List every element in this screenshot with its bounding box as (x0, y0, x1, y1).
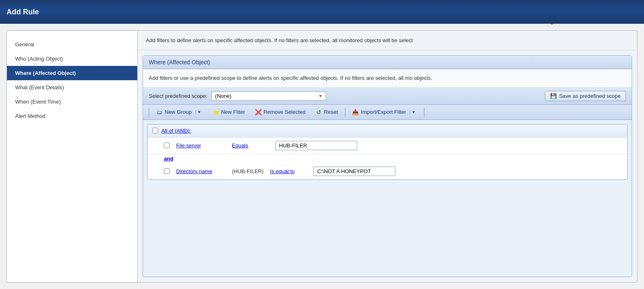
group-label[interactable]: All of (AND): (161, 128, 191, 134)
import-export-icon: 📥 (352, 109, 359, 115)
row1-field[interactable]: File server (176, 142, 225, 149)
sidebar-item-what[interactable]: What (Event Details) (7, 80, 137, 95)
toolbar-separator-start (149, 108, 149, 117)
table-row: Directory name (HUB-FILER) Is equal to (147, 163, 627, 179)
row1-checkbox[interactable] (164, 142, 170, 148)
section-description: Add filters or use a predefined scope to… (143, 69, 632, 88)
new-group-icon: 🗂 (156, 109, 163, 115)
filter-area: All of (AND): File server Equals and (143, 120, 632, 277)
filter-group-header: All of (AND): (147, 124, 627, 138)
scope-label: Select predefined scope: (149, 93, 207, 99)
new-filter-icon: ⭐ (213, 109, 219, 115)
sidebar-item-alert[interactable]: Alert Method (7, 109, 137, 123)
remove-selected-icon: ❌ (255, 109, 261, 115)
sidebar-item-when[interactable]: When (Event Time) (7, 95, 137, 109)
row2-operator[interactable]: Is equal to (270, 168, 307, 174)
group-checkbox[interactable] (152, 128, 158, 133)
main-content: General Who (Acting Object) Where (Affec… (0, 24, 644, 289)
new-filter-button[interactable]: ⭐ New Filter (208, 107, 250, 117)
save-icon: 💾 (550, 93, 557, 99)
toolbar: 🗂 New Group ▼ ⭐ New Filter ❌ Remove Sele… (143, 105, 632, 120)
row1-value[interactable] (275, 141, 357, 150)
import-export-dropdown-arrow[interactable]: ▼ (410, 110, 417, 114)
import-export-label: Import/Export Filter (361, 109, 406, 115)
remove-selected-button[interactable]: ❌ Remove Selected (250, 107, 310, 117)
row2-checkbox[interactable] (164, 168, 170, 174)
sidebar-item-who[interactable]: Who (Acting Object) (7, 52, 137, 66)
scope-dropdown[interactable]: (None) ▼ (211, 91, 326, 101)
row2-field-suffix: (HUB-FILER) (232, 168, 263, 174)
remove-selected-label: Remove Selected (263, 109, 306, 115)
section-header: Where (Affected Object) (143, 56, 632, 69)
filter-group: All of (AND): File server Equals and (147, 124, 628, 180)
sidebar: General Who (Acting Object) Where (Affec… (7, 30, 138, 282)
title-bar: Add Rule (0, 0, 644, 24)
sidebar-item-general[interactable]: General (7, 37, 137, 52)
reset-label: Reset (324, 109, 338, 115)
sidebar-item-where[interactable]: Where (Affected Object) (7, 66, 137, 80)
right-panel: Add filters to define alerts on specific… (138, 30, 637, 282)
and-label[interactable]: and (147, 154, 627, 163)
toolbar-separator-end (424, 108, 424, 117)
save-scope-button[interactable]: 💾 Save as predefined scope (545, 91, 626, 101)
new-group-dropdown-arrow[interactable]: ▼ (195, 110, 203, 114)
save-scope-label: Save as predefined scope (559, 93, 621, 99)
row2-field[interactable]: Directory name (176, 168, 225, 174)
scope-row: Select predefined scope: (None) ▼ 💾 Save… (143, 88, 632, 105)
import-export-button[interactable]: 📥 Import/Export Filter ▼ (348, 107, 422, 117)
row1-operator[interactable]: Equals (232, 142, 269, 149)
table-row: File server Equals (147, 138, 627, 154)
dialog-title: Add Rule (7, 8, 39, 16)
reset-icon: ↺ (315, 109, 322, 115)
toolbar-separator-mid (345, 108, 345, 117)
chevron-down-icon: ▼ (318, 94, 322, 98)
section-panel: Where (Affected Object) Add filters or u… (143, 55, 632, 277)
reset-button[interactable]: ↺ Reset (311, 107, 342, 117)
row2-value[interactable] (313, 167, 395, 176)
new-group-label: New Group (165, 109, 192, 115)
scope-value: (None) (215, 93, 231, 99)
new-group-button[interactable]: 🗂 New Group ▼ (152, 107, 207, 117)
top-description: Add filters to define alerts on specific… (138, 31, 637, 50)
new-filter-label: New Filter (221, 109, 245, 115)
